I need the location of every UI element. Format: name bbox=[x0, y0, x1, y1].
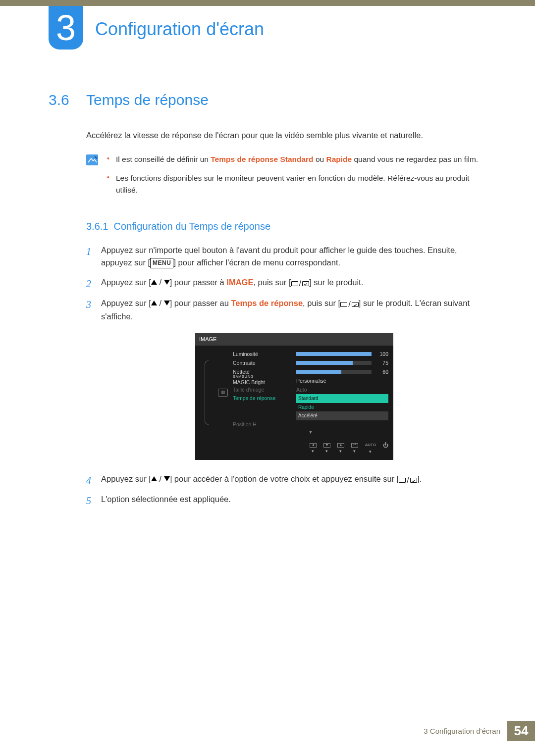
step-text: ]. bbox=[417, 474, 422, 483]
osd-body: ▦ Luminosité : 100 Contraste : bbox=[195, 346, 393, 439]
note-text: quand vous ne regardez pas un film. bbox=[352, 155, 478, 163]
triangle-down-icon bbox=[164, 280, 170, 285]
osd-slider bbox=[296, 361, 372, 365]
rect-icon bbox=[291, 281, 298, 286]
osd-label: Taille d'image bbox=[233, 386, 287, 394]
enter-icon bbox=[410, 478, 417, 483]
osd-row-taille: Taille d'image : Auto bbox=[233, 385, 388, 394]
osd-option: Rapide bbox=[296, 403, 388, 412]
osd-label: Position H bbox=[233, 420, 287, 428]
osd-label: Contraste bbox=[233, 359, 287, 367]
osd-colon: : bbox=[290, 368, 293, 376]
step-text: ] pour accéder à l'option de votre choix… bbox=[170, 474, 399, 483]
note-highlight: Temps de réponse Standard bbox=[211, 155, 313, 163]
step-5: 5 L'option sélectionnée est appliquée. bbox=[86, 493, 487, 506]
osd-scroll-down-icon: ▼ bbox=[233, 429, 388, 436]
note-highlight: Rapide bbox=[326, 155, 352, 163]
osd-option: Accéléré bbox=[296, 411, 388, 420]
subsection-number: 3.6.1 bbox=[86, 221, 108, 232]
subsection-title: Configuration du Temps de réponse bbox=[114, 221, 271, 232]
osd-label-active: Temps de réponse bbox=[233, 394, 287, 402]
osd-colon: : bbox=[290, 350, 293, 358]
menu-key-icon: MENU bbox=[150, 258, 173, 268]
step-highlight: IMAGE bbox=[226, 278, 253, 287]
osd-screenshot: IMAGE ▦ Luminosité : 100 bbox=[195, 333, 393, 459]
osd-samsung-text: SAMSUNG bbox=[233, 375, 287, 378]
rect-icon bbox=[340, 302, 347, 307]
osd-row-magic: SAMSUNGMAGIC Bright : Personnalisé bbox=[233, 376, 388, 385]
note-list: Il est conseillé de définir un Temps de … bbox=[107, 153, 487, 203]
osd-colon: : bbox=[290, 377, 293, 385]
osd-left-column bbox=[200, 350, 213, 436]
enter-icon bbox=[352, 302, 359, 307]
step-text: Appuyez sur [ bbox=[101, 474, 151, 483]
note-text: Il est conseillé de définir un bbox=[116, 155, 211, 163]
osd-text-value: Auto bbox=[296, 386, 307, 394]
osd-value: 60 bbox=[374, 368, 388, 376]
osd-row-contraste: Contraste : 75 bbox=[233, 358, 388, 367]
section-number: 3.6 bbox=[49, 92, 77, 108]
step-3: 3 Appuyez sur [ / ] pour passer au Temps… bbox=[86, 297, 487, 460]
osd-footer-enter-icon: ↵▾ bbox=[351, 443, 358, 455]
page-footer: 3 Configuration d'écran 54 bbox=[417, 721, 535, 741]
triangle-up-icon bbox=[151, 476, 157, 481]
enter-icon-pair: / bbox=[399, 474, 417, 487]
osd-footer-power-icon: ⏻ bbox=[383, 441, 388, 457]
osd-magic-suffix: Bright bbox=[250, 379, 265, 385]
osd-footer-down-icon: ▼▾ bbox=[323, 443, 330, 455]
step-number: 2 bbox=[86, 276, 91, 292]
osd-colon bbox=[290, 394, 293, 403]
osd-bracket-icon bbox=[205, 360, 209, 425]
step-4: 4 Appuyez sur [ / ] pour accéder à l'opt… bbox=[86, 473, 487, 487]
footer-chapter-text: 3 Configuration d'écran bbox=[417, 721, 507, 741]
osd-text-value: Personnalisé bbox=[296, 377, 326, 385]
osd-slider bbox=[296, 352, 372, 356]
step-text: L'option sélectionnée est appliquée. bbox=[101, 495, 231, 504]
step-number: 3 bbox=[86, 297, 91, 312]
note-block: Il est conseillé de définir un Temps de … bbox=[86, 153, 487, 203]
osd-slider-fill bbox=[296, 361, 353, 365]
note-icon bbox=[86, 154, 98, 165]
osd-colon: : bbox=[290, 386, 293, 394]
footer-page-number: 54 bbox=[507, 721, 535, 741]
osd-row-posh: Position H bbox=[233, 420, 388, 429]
osd-value: 100 bbox=[374, 350, 388, 358]
note-text: ou bbox=[314, 155, 326, 163]
note-item-1: Il est conseillé de définir un Temps de … bbox=[107, 153, 487, 165]
step-1: 1 Appuyez sur n'importe quel bouton à l'… bbox=[86, 244, 487, 269]
intro-paragraph: Accélérez la vitesse de réponse de l'écr… bbox=[86, 129, 487, 142]
step-text: , puis sur [ bbox=[253, 278, 291, 287]
osd-footer-auto: AUTO▾ bbox=[365, 442, 376, 455]
osd-slider-fill bbox=[296, 370, 341, 374]
step-number: 5 bbox=[86, 493, 91, 508]
step-number: 4 bbox=[86, 473, 91, 488]
step-text: ] sur le produit. bbox=[309, 278, 363, 287]
step-text: ] pour passer au bbox=[170, 299, 231, 307]
osd-rows: Luminosité : 100 Contraste : 75 Ne bbox=[233, 350, 388, 436]
osd-value: 75 bbox=[374, 359, 388, 367]
enter-icon-pair: / bbox=[291, 277, 310, 290]
rect-icon bbox=[399, 478, 406, 483]
osd-option-selected: Standard bbox=[296, 394, 388, 403]
osd-footer-up-icon: ▲▾ bbox=[337, 443, 344, 455]
step-highlight: Temps de réponse bbox=[231, 299, 303, 307]
osd-slider bbox=[296, 370, 372, 374]
osd-row-luminosite: Luminosité : 100 bbox=[233, 350, 388, 358]
osd-label: SAMSUNGMAGIC Bright bbox=[233, 375, 287, 387]
step-text: ] pour passer à bbox=[170, 278, 227, 287]
step-text: , puis sur [ bbox=[303, 299, 340, 307]
osd-slider-fill bbox=[296, 352, 372, 356]
step-text: Appuyez sur [ bbox=[101, 299, 151, 307]
triangle-up-icon bbox=[151, 280, 157, 285]
osd-footer-back-icon: ◄▾ bbox=[310, 443, 317, 455]
section-title: Temps de réponse bbox=[86, 92, 209, 108]
subsection-heading: 3.6.1 Configuration du Temps de réponse bbox=[86, 221, 487, 232]
osd-magic-text: MAGIC bbox=[233, 379, 250, 385]
osd-label: Luminosité bbox=[233, 350, 287, 358]
steps-list: 1 Appuyez sur n'importe quel bouton à l'… bbox=[86, 244, 487, 506]
note-item-2: Les fonctions disponibles sur le moniteu… bbox=[107, 172, 487, 196]
chapter-title: Configuration d'écran bbox=[95, 19, 264, 40]
osd-colon: : bbox=[290, 359, 293, 367]
triangle-down-icon bbox=[164, 301, 170, 305]
step-text: ] pour afficher l'écran de menu correspo… bbox=[173, 258, 340, 267]
